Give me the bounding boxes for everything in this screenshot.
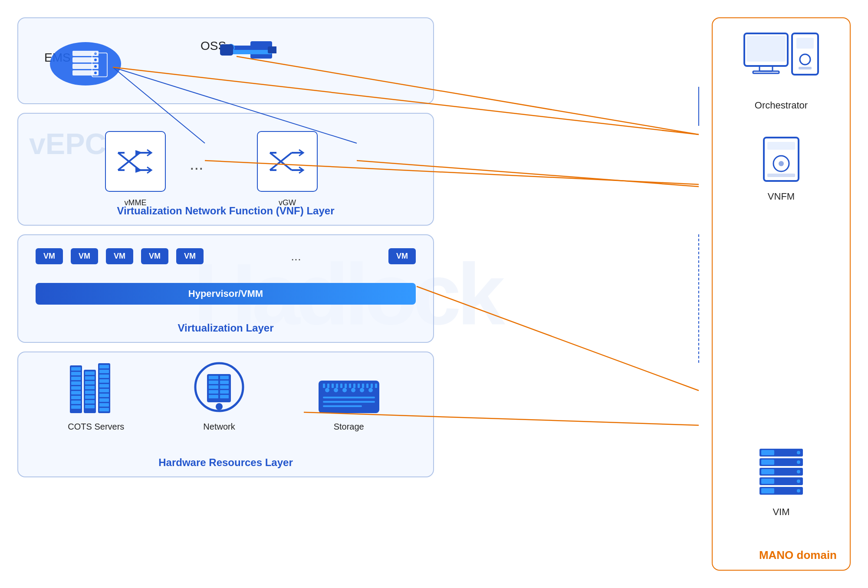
vepc-label: vEPC: [29, 127, 106, 161]
vmme-box: [105, 131, 166, 192]
svg-rect-121: [761, 460, 774, 465]
svg-point-85: [351, 388, 355, 392]
svg-point-119: [797, 451, 800, 454]
svg-rect-102: [371, 384, 373, 388]
virt-layer-title: Virtualization Layer: [178, 322, 274, 334]
vim-icon: [755, 447, 807, 503]
orchestrator-icon: [742, 31, 820, 96]
svg-rect-103: [375, 384, 377, 388]
virt-layer-box: VM VM VM VM VM ... VM Hypervisor/VMM Vir…: [17, 234, 434, 343]
svg-rect-53: [85, 391, 95, 394]
svg-rect-56: [85, 405, 95, 408]
svg-rect-50: [85, 376, 95, 380]
svg-point-80: [216, 403, 223, 410]
svg-rect-62: [99, 384, 109, 388]
svg-rect-79: [220, 395, 229, 398]
svg-rect-100: [362, 384, 364, 388]
vmme-icon: [116, 144, 155, 179]
svg-rect-89: [323, 401, 375, 403]
svg-point-86: [360, 388, 364, 392]
svg-point-18: [94, 72, 97, 74]
vim-component: VIM: [755, 447, 807, 518]
svg-rect-98: [353, 384, 355, 388]
mano-domain: Orchestrator VNFM: [712, 17, 851, 571]
svg-rect-60: [99, 374, 109, 378]
svg-rect-130: [761, 488, 774, 493]
svg-rect-67: [99, 408, 109, 411]
vm-box-1: VM: [36, 248, 63, 264]
svg-line-6: [417, 286, 699, 391]
svg-rect-61: [99, 379, 109, 383]
svg-rect-41: [71, 377, 81, 380]
svg-rect-88: [323, 397, 375, 398]
svg-point-84: [342, 388, 347, 392]
svg-rect-116: [767, 174, 795, 177]
vnf-layer-title: Virtualization Network Function (VNF) La…: [117, 205, 335, 217]
svg-rect-54: [85, 395, 95, 399]
ems-layer-box: EMS OSS: [17, 17, 434, 104]
svg-rect-22: [229, 50, 272, 54]
svg-rect-118: [761, 450, 774, 455]
mano-domain-label: MANO domain: [759, 549, 837, 562]
svg-rect-91: [323, 384, 325, 388]
svg-point-83: [334, 388, 338, 392]
svg-rect-49: [85, 371, 95, 375]
hw-layer-box: COTS Servers: [17, 351, 434, 477]
svg-rect-73: [209, 390, 218, 394]
svg-rect-25: [268, 46, 276, 53]
vim-label: VIM: [773, 506, 789, 518]
svg-rect-64: [99, 394, 109, 397]
svg-rect-96: [345, 384, 347, 388]
svg-rect-44: [71, 391, 81, 394]
network-icon: [189, 361, 250, 417]
hw-icons-row: COTS Servers: [36, 361, 416, 432]
cots-servers-icon: [68, 361, 124, 417]
svg-rect-66: [99, 403, 109, 407]
svg-rect-65: [99, 398, 109, 402]
network-label: Network: [203, 422, 235, 432]
svg-rect-113: [767, 142, 795, 150]
svg-rect-111: [799, 67, 812, 69]
svg-rect-77: [220, 385, 229, 389]
svg-rect-93: [332, 384, 334, 388]
svg-rect-51: [85, 381, 95, 384]
svg-rect-45: [71, 396, 81, 399]
svg-rect-40: [71, 372, 81, 375]
svg-rect-75: [220, 376, 229, 379]
vnfm-icon: [760, 135, 803, 187]
vgw-icon: [268, 144, 307, 179]
vnf-layer-box: vEPC vMME ...: [17, 113, 434, 226]
svg-rect-43: [71, 386, 81, 390]
hypervisor-bar: Hypervisor/VMM: [36, 283, 416, 305]
svg-rect-70: [209, 376, 218, 379]
svg-rect-63: [99, 389, 109, 392]
svg-rect-94: [336, 384, 338, 388]
svg-rect-90: [323, 405, 362, 407]
svg-rect-59: [99, 370, 109, 373]
cots-servers-item: COTS Servers: [68, 361, 124, 432]
svg-rect-107: [753, 71, 779, 73]
diagram-container: Hadlock EMS: [0, 0, 868, 588]
vm-row: VM VM VM VM VM ... VM: [36, 248, 416, 264]
orchestrator-component: Orchestrator: [742, 31, 820, 111]
svg-rect-52: [85, 386, 95, 389]
network-item: Network: [189, 361, 250, 432]
storage-item: Storage: [314, 374, 384, 432]
svg-rect-72: [209, 385, 218, 389]
svg-rect-58: [99, 365, 109, 368]
vnf-dots: ...: [190, 155, 204, 174]
svg-rect-127: [761, 479, 774, 484]
svg-rect-74: [209, 395, 218, 398]
svg-rect-92: [327, 384, 329, 388]
vm-box-2: VM: [71, 248, 98, 264]
svg-point-16: [94, 59, 97, 61]
svg-rect-47: [71, 405, 81, 409]
svg-point-128: [797, 480, 800, 483]
vgw-box: [257, 131, 318, 192]
svg-rect-99: [358, 384, 360, 388]
vm-dots: ...: [211, 250, 381, 263]
svg-point-17: [94, 65, 97, 68]
vnfm-component: VNFM: [760, 135, 803, 202]
svg-rect-55: [85, 400, 95, 404]
hw-layer-title: Hardware Resources Layer: [158, 457, 293, 469]
